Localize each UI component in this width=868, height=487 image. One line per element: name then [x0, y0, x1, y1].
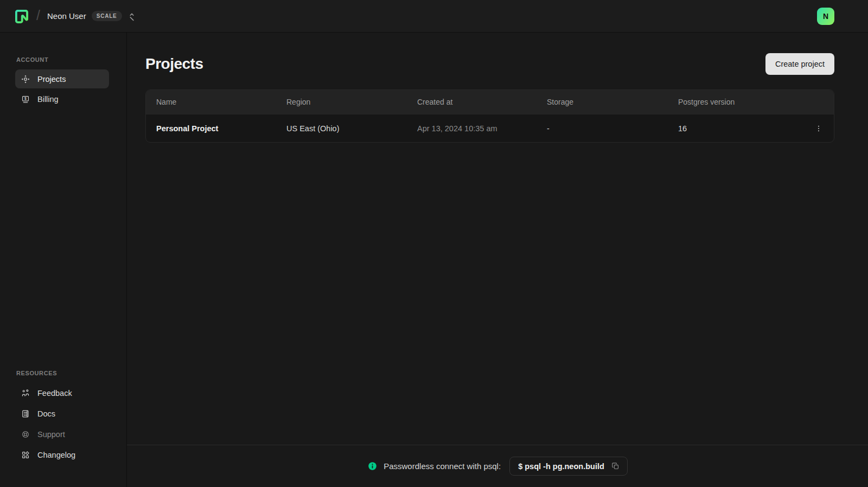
psql-connect-label: Passwordless connect with psql: — [384, 462, 501, 471]
main-header: Projects Create project — [127, 33, 868, 75]
support-icon — [21, 430, 30, 439]
column-header-postgres-version: Postgres version — [678, 98, 803, 106]
psql-command-box[interactable]: $ psql -h pg.neon.build — [509, 457, 628, 476]
sidebar-item-billing[interactable]: $ Billing — [15, 89, 109, 108]
resources-section-label: RESOURCES — [15, 370, 109, 376]
sidebar-item-support[interactable]: Support — [15, 424, 109, 444]
billing-icon: $ — [21, 94, 30, 104]
sidebar-item-label: Billing — [37, 95, 59, 104]
account-section-label: ACCOUNT — [15, 56, 109, 63]
sidebar-resources-group: RESOURCES Feedback — [15, 370, 109, 465]
neon-console: / Neon User SCALE N ACCOUNT — [0, 0, 868, 487]
org-name: Neon User — [47, 11, 86, 21]
column-header-created-at: Created at — [417, 98, 547, 106]
project-postgres-version: 16 — [678, 124, 803, 133]
project-created-at: Apr 13, 2024 10:35 am — [417, 124, 547, 133]
sidebar-item-label: Support — [37, 430, 65, 439]
row-actions-button[interactable] — [810, 120, 827, 137]
copy-icon[interactable] — [611, 462, 620, 471]
column-header-region: Region — [286, 98, 417, 106]
kebab-menu-icon — [814, 124, 823, 133]
plan-badge: SCALE — [92, 11, 122, 21]
sidebar-account-group: ACCOUNT Projects $ — [15, 56, 109, 110]
table-header-row: Name Region Created at Storage Postgres … — [146, 90, 834, 114]
sidebar-item-label: Projects — [37, 75, 66, 84]
svg-text:$: $ — [24, 97, 27, 101]
column-header-name: Name — [156, 98, 286, 106]
changelog-icon — [21, 450, 30, 460]
avatar[interactable]: N — [817, 8, 834, 25]
sidebar-item-label: Changelog — [37, 451, 75, 459]
sidebar-item-feedback[interactable]: Feedback — [15, 383, 109, 403]
sidebar-item-projects[interactable]: Projects — [15, 69, 109, 88]
sidebar-item-docs[interactable]: Docs — [15, 403, 109, 424]
info-icon — [367, 461, 378, 471]
topbar-left: / Neon User SCALE — [14, 9, 136, 24]
topbar: / Neon User SCALE N — [0, 0, 868, 33]
create-project-button[interactable]: Create project — [765, 53, 834, 75]
sidebar-item-changelog[interactable]: Changelog — [15, 445, 109, 465]
project-region: US East (Ohio) — [286, 124, 417, 133]
sidebar-item-label: Docs — [37, 409, 55, 418]
projects-table: Name Region Created at Storage Postgres … — [145, 89, 834, 143]
neon-logo[interactable] — [14, 9, 29, 24]
chevron-updown-icon — [127, 11, 136, 21]
sidebar-item-label: Feedback — [37, 389, 72, 398]
project-name: Personal Project — [156, 124, 286, 133]
column-header-storage: Storage — [547, 98, 678, 106]
psql-connect-bar: Passwordless connect with psql: $ psql -… — [127, 445, 868, 487]
project-storage: - — [547, 124, 678, 133]
psql-command: $ psql -h pg.neon.build — [518, 462, 604, 471]
feedback-icon — [21, 388, 30, 398]
org-switcher[interactable]: Neon User SCALE — [47, 11, 136, 21]
main-content: Projects Create project Name Region Crea… — [127, 33, 868, 487]
sidebar: ACCOUNT Projects $ — [0, 33, 127, 487]
projects-icon — [21, 74, 30, 84]
neon-logo-icon — [14, 9, 29, 24]
breadcrumb-slash: / — [36, 9, 40, 22]
docs-icon — [21, 409, 30, 419]
table-row[interactable]: Personal Project US East (Ohio) Apr 13, … — [146, 114, 834, 142]
page-title: Projects — [145, 55, 203, 73]
